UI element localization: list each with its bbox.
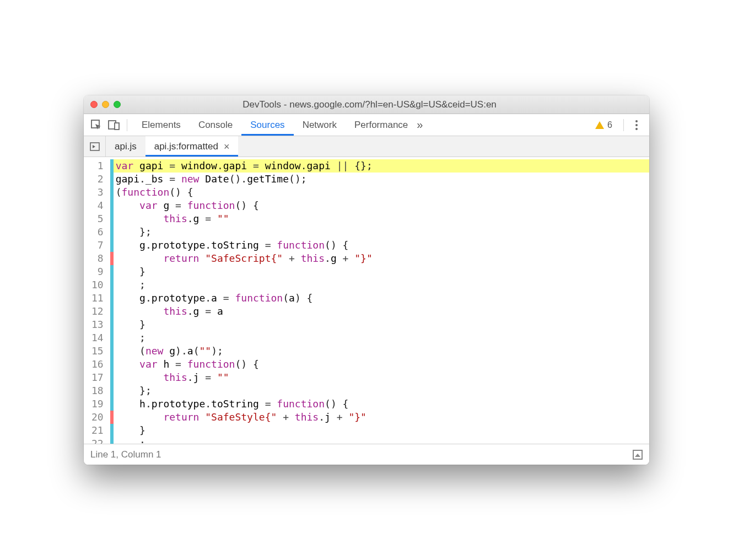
toolbar-divider — [127, 119, 127, 131]
code-line[interactable]: (new g).a(""); — [114, 344, 649, 358]
code-line[interactable]: }; — [114, 384, 649, 397]
settings-menu-icon[interactable] — [629, 120, 644, 130]
warnings-indicator[interactable]: 6 — [595, 120, 612, 130]
line-number[interactable]: 3 — [84, 186, 110, 199]
editor-tab-apijs[interactable]: api.js — [106, 136, 145, 157]
toolbar-divider — [623, 119, 624, 131]
line-number[interactable]: 6 — [84, 225, 110, 239]
cursor-position: Line 1, Column 1 — [90, 449, 161, 460]
window-titlebar: DevTools - news.google.com/?hl=en-US&gl=… — [84, 95, 649, 114]
code-line[interactable]: (function() { — [114, 186, 649, 199]
line-number[interactable]: 21 — [84, 424, 110, 437]
line-number[interactable]: 10 — [84, 278, 110, 292]
code-line[interactable]: gapi._bs = new Date().getTime(); — [114, 173, 649, 186]
source-editor[interactable]: 12345678910111213141516171819202122 var … — [84, 157, 649, 444]
code-line[interactable]: return "SafeStyle{" + this.j + "}" — [114, 411, 649, 424]
main-toolbar: Elements Console Sources Network Perform… — [84, 114, 649, 136]
code-line[interactable]: ; — [114, 331, 649, 344]
line-number[interactable]: 5 — [84, 212, 110, 225]
code-line[interactable]: var gapi = window.gapi = window.gapi || … — [114, 159, 649, 173]
line-number[interactable]: 9 — [84, 265, 110, 278]
line-number[interactable]: 18 — [84, 384, 110, 397]
line-number[interactable]: 2 — [84, 173, 110, 186]
code-line[interactable]: }; — [114, 225, 649, 239]
code-line[interactable]: } — [114, 318, 649, 331]
line-number[interactable]: 4 — [84, 199, 110, 212]
editor-tab-label: api.js:formatted — [154, 141, 218, 152]
panel-tabs: Elements Console Sources Network Perform… — [133, 114, 417, 136]
line-number[interactable]: 7 — [84, 239, 110, 252]
code-line[interactable]: } — [114, 424, 649, 437]
line-number-gutter[interactable]: 12345678910111213141516171819202122 — [84, 157, 110, 444]
line-number[interactable]: 16 — [84, 358, 110, 371]
tab-network[interactable]: Network — [294, 114, 346, 136]
code-line[interactable]: var g = function() { — [114, 199, 649, 212]
line-number[interactable]: 14 — [84, 331, 110, 344]
warning-icon — [595, 121, 604, 129]
line-number[interactable]: 15 — [84, 344, 110, 358]
warning-count: 6 — [607, 120, 612, 130]
line-number[interactable]: 13 — [84, 318, 110, 331]
code-line[interactable]: h.prototype.toString = function() { — [114, 397, 649, 411]
line-number[interactable]: 17 — [84, 371, 110, 384]
editor-tab-apijs-formatted[interactable]: api.js:formatted × — [145, 136, 239, 157]
code-line[interactable]: this.j = "" — [114, 371, 649, 384]
editor-tab-label: api.js — [115, 141, 137, 152]
line-number[interactable]: 12 — [84, 305, 110, 318]
show-drawer-icon[interactable] — [633, 450, 643, 460]
code-line[interactable]: this.g = a — [114, 305, 649, 318]
navigator-toggle-icon[interactable] — [84, 136, 106, 157]
tab-console[interactable]: Console — [190, 114, 241, 136]
device-toolbar-icon[interactable] — [107, 118, 121, 132]
tab-sources[interactable]: Sources — [241, 114, 293, 136]
code-line[interactable]: var h = function() { — [114, 358, 649, 371]
line-number[interactable]: 19 — [84, 397, 110, 411]
line-number[interactable]: 11 — [84, 292, 110, 305]
code-line[interactable]: ; — [114, 437, 649, 444]
code-line[interactable]: g.prototype.toString = function() { — [114, 239, 649, 252]
svg-rect-2 — [115, 123, 119, 130]
code-line[interactable]: } — [114, 265, 649, 278]
inspect-element-icon[interactable] — [89, 118, 104, 132]
line-number[interactable]: 1 — [84, 159, 110, 173]
close-icon[interactable]: × — [224, 142, 230, 152]
tab-performance[interactable]: Performance — [346, 114, 417, 136]
window-title: DevTools - news.google.com/?hl=en-US&gl=… — [96, 99, 643, 110]
tab-elements[interactable]: Elements — [133, 114, 190, 136]
line-number[interactable]: 22 — [84, 437, 110, 444]
editor-tabbar: api.js api.js:formatted × — [84, 136, 649, 157]
code-content[interactable]: var gapi = window.gapi = window.gapi || … — [114, 157, 649, 444]
more-tabs-icon[interactable]: » — [417, 119, 419, 131]
code-line[interactable]: ; — [114, 278, 649, 292]
line-number[interactable]: 20 — [84, 411, 110, 424]
code-line[interactable]: g.prototype.a = function(a) { — [114, 292, 649, 305]
devtools-window: DevTools - news.google.com/?hl=en-US&gl=… — [84, 95, 649, 465]
code-line[interactable]: this.g = "" — [114, 212, 649, 225]
status-bar: Line 1, Column 1 — [84, 444, 649, 465]
line-number[interactable]: 8 — [84, 252, 110, 265]
code-line[interactable]: return "SafeScript{" + this.g + "}" — [114, 252, 649, 265]
